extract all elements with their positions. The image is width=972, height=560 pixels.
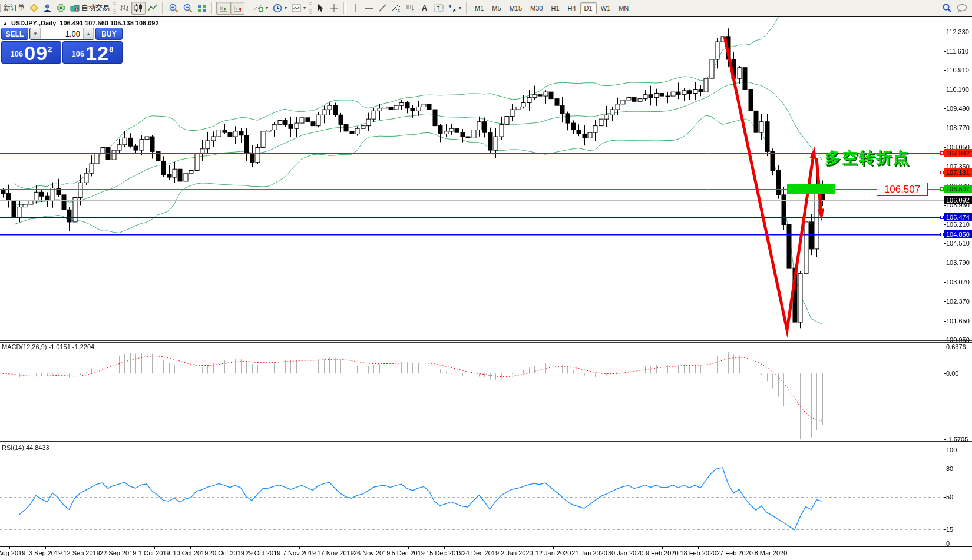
crosshair-tool-button[interactable] <box>327 2 341 15</box>
svg-text:T: T <box>437 5 440 11</box>
search-button[interactable] <box>940 2 954 15</box>
hline-price-label: 105.474 <box>944 213 972 221</box>
sell-price-display[interactable]: 106 09 2 <box>1 41 61 64</box>
candlestick-chart-button[interactable] <box>131 2 146 15</box>
turning-point-annotation[interactable]: 多空转折点 <box>825 147 910 168</box>
timeframe-button-h1[interactable]: H1 <box>547 2 563 14</box>
date-axis-label: 30 Jan 2020 <box>608 549 644 556</box>
auto-trading-button[interactable]: 自动交易 <box>68 2 112 15</box>
clock-icon <box>273 4 282 13</box>
date-axis-label: 6 Aug 2019 <box>0 549 25 556</box>
new-order-icon <box>0 4 2 12</box>
rsi-axis-label: 0 <box>946 540 950 547</box>
timeframe-button-h4[interactable]: H4 <box>564 2 580 14</box>
buy-price-point: 8 <box>109 37 113 62</box>
date-axis-label: 7 Nov 2019 <box>283 549 316 556</box>
favorites-button[interactable] <box>27 2 41 15</box>
timeframe-button-m30[interactable]: M30 <box>526 2 547 14</box>
timeframe-button-m15[interactable]: M15 <box>505 2 526 14</box>
toolbar-grip[interactable] <box>309 2 312 14</box>
templates-dropdown-arrow[interactable]: ▾ <box>303 5 306 11</box>
trendline-tool-button[interactable] <box>376 2 389 15</box>
text-tool-button[interactable]: A <box>418 2 431 15</box>
arrows-dropdown-arrow[interactable]: ▾ <box>459 5 461 11</box>
buy-price-display[interactable]: 106 12 8 <box>62 41 123 64</box>
trendline-icon <box>378 4 387 12</box>
volume-increase-button[interactable]: ▲ <box>83 28 94 39</box>
sell-price-pips: 09 <box>24 44 48 62</box>
chart-symbol-period: USDJPY-,Daily <box>11 19 56 26</box>
volume-input[interactable] <box>41 28 83 39</box>
rsi-axis-label: 50 <box>946 493 953 501</box>
rsi-axis-label: 100 <box>946 446 957 453</box>
sell-price-handle: 106 <box>11 47 24 62</box>
svg-text:F: F <box>412 9 414 12</box>
chart-window-icon: ▲ <box>3 21 8 26</box>
toolbar-separator <box>466 2 468 14</box>
date-axis-label: 26 Nov 2019 <box>353 549 390 556</box>
signals-button[interactable] <box>54 2 68 15</box>
date-axis-label: 22 Sep 2019 <box>100 549 136 556</box>
price-axis-label: 101.650 <box>946 317 970 324</box>
macd-axis-label: 0.6376 <box>946 343 966 350</box>
timeframe-button-mn[interactable]: MN <box>614 2 633 14</box>
chat-button[interactable] <box>954 2 970 15</box>
toolbar-grip[interactable] <box>113 2 116 14</box>
bar-chart-button[interactable] <box>117 2 131 15</box>
auto-scroll-button[interactable] <box>216 2 230 15</box>
price-axis-label: 103.790 <box>946 259 970 266</box>
new-order-label: 新订单 <box>4 3 25 13</box>
timeframe-button-m5[interactable]: M5 <box>488 2 505 14</box>
price-axis-label: 100.950 <box>946 336 970 343</box>
chart-shift-icon <box>233 4 242 12</box>
sell-button[interactable]: SELL <box>1 28 28 40</box>
price-axis-label: 110.910 <box>946 67 969 74</box>
buy-price-handle: 106 <box>72 47 85 62</box>
candlestick-icon <box>134 4 143 12</box>
date-axis-label: 17 Nov 2019 <box>317 549 353 556</box>
arrows-icon <box>448 4 457 12</box>
tile-windows-icon <box>197 4 207 12</box>
price-axis-label: 105.210 <box>946 221 970 228</box>
line-chart-button[interactable] <box>146 2 160 15</box>
date-axis-label: 1 Oct 2019 <box>138 549 170 556</box>
auto-trading-icon <box>70 4 80 12</box>
chart-shift-button[interactable] <box>230 2 244 15</box>
arrows-tool-button[interactable]: ▾ <box>446 2 464 15</box>
fibonacci-tool-button[interactable]: F <box>404 2 418 15</box>
new-order-button[interactable]: 新订单 <box>0 2 27 15</box>
tile-windows-button[interactable] <box>195 2 209 15</box>
date-axis-label: 10 Oct 2019 <box>173 549 208 556</box>
indicators-dropdown-arrow[interactable]: ▾ <box>266 5 268 11</box>
svg-text:E: E <box>398 9 400 12</box>
vertical-line-tool-button[interactable] <box>348 2 362 15</box>
date-axis-label: 12 Jan 2020 <box>535 549 571 556</box>
toolbar-separator <box>162 2 164 14</box>
chart-header: ▲ USDJPY-,Daily 106.491 107.560 105.138 … <box>3 19 159 26</box>
zoom-in-button[interactable] <box>167 2 181 15</box>
zoom-out-button[interactable] <box>181 2 195 15</box>
chart-canvas[interactable] <box>0 0 972 560</box>
indicators-button[interactable]: ▾ <box>252 2 270 15</box>
price-axis-label: 110.190 <box>946 86 969 93</box>
timeframe-button-w1[interactable]: W1 <box>597 2 615 14</box>
search-icon <box>942 3 952 13</box>
template-icon <box>292 4 301 12</box>
timeframe-group: M1M5M15M30H1H4D1W1MN <box>471 2 633 14</box>
community-button[interactable] <box>41 2 54 15</box>
main-toolbar: 新订单 自动交易 <box>0 0 972 16</box>
horizontal-line-tool-button[interactable] <box>362 2 376 15</box>
toolbar-separator <box>247 2 249 14</box>
label-tool-button[interactable]: T <box>431 2 446 15</box>
periods-dropdown-arrow[interactable]: ▾ <box>285 5 287 11</box>
cursor-tool-button[interactable] <box>313 2 327 15</box>
price-box-annotation[interactable]: 106.507 <box>877 183 928 196</box>
timeframe-button-m1[interactable]: M1 <box>471 2 488 14</box>
hline-price-label: 104.850 <box>944 230 972 238</box>
templates-button[interactable]: ▾ <box>289 2 308 15</box>
price-axis-label: 104.510 <box>946 240 970 247</box>
timeframe-button-d1[interactable]: D1 <box>580 2 597 14</box>
periods-button[interactable]: ▾ <box>270 2 289 15</box>
channel-tool-button[interactable]: E <box>389 2 404 15</box>
volume-decrease-button[interactable]: ▼ <box>30 28 41 39</box>
